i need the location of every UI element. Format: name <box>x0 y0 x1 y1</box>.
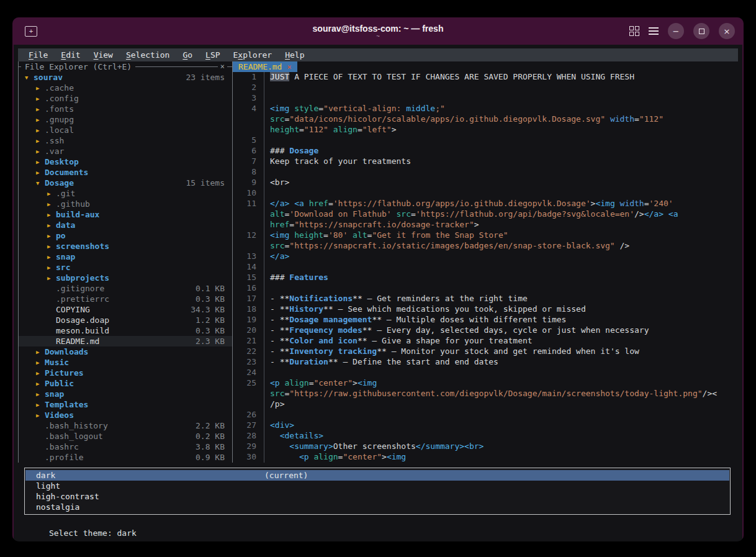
tree-item-label: .ssh <box>45 136 64 145</box>
expand-arrow-icon[interactable]: ▶ <box>36 138 45 144</box>
hamburger-menu-icon[interactable] <box>649 27 659 35</box>
expand-arrow-icon[interactable]: ▶ <box>36 170 45 176</box>
tree-row-.fonts[interactable]: ▶.fonts <box>19 104 232 114</box>
menu-item-view[interactable]: View <box>94 50 113 60</box>
tree-row-.profile[interactable]: ▶.profile0.9 KB <box>19 452 232 463</box>
expand-arrow-icon[interactable]: ▶ <box>47 201 56 207</box>
tree-item-label: po <box>56 231 66 240</box>
expand-arrow-icon[interactable]: ▶ <box>36 148 45 155</box>
tree-row-subprojects[interactable]: ▶subprojects <box>19 273 232 283</box>
menu-item-help[interactable]: Help <box>285 50 304 60</box>
expand-arrow-icon[interactable]: ▶ <box>47 265 56 271</box>
expand-arrow-icon[interactable]: ▶ <box>36 360 45 366</box>
line-number: 12 <box>233 230 264 241</box>
tree-row-Videos[interactable]: ▶Videos <box>19 410 232 420</box>
expand-arrow-icon[interactable]: ▶ <box>36 106 45 112</box>
code-text <box>264 93 738 104</box>
code-area[interactable]: 1JUST A PIECE OF TEXT TO TEST IF CHANGES… <box>233 72 738 463</box>
line-number: 30 <box>233 452 264 463</box>
tree-row-src[interactable]: ▶src <box>19 262 232 273</box>
line-number: 17 <box>233 294 264 304</box>
expand-arrow-icon[interactable]: ▶ <box>47 222 56 229</box>
expand-arrow-icon[interactable]: ▶ <box>36 381 45 387</box>
tree-row-.gnupg[interactable]: ▶.gnupg <box>19 114 232 125</box>
tree-row-Downloads[interactable]: ▶Downloads <box>19 346 232 357</box>
tree-row-.prettierrc[interactable]: ▶.prettierrc0.3 KB <box>19 294 232 304</box>
tree-row-Music[interactable]: ▶Music <box>19 357 232 368</box>
tab-readme[interactable]: README.md × <box>233 61 297 72</box>
tree-row-.local[interactable]: ▶.local <box>19 125 232 135</box>
tree-row-.var[interactable]: ▶.var <box>19 146 232 156</box>
menu-item-go[interactable]: Go <box>182 50 192 60</box>
expand-arrow-icon[interactable]: ▶ <box>47 191 56 197</box>
tree-row-.bash_history[interactable]: ▶.bash_history2.2 KB <box>19 420 232 431</box>
tree-row-screenshots[interactable]: ▶screenshots <box>19 241 232 251</box>
minimize-button[interactable]: − <box>668 23 684 39</box>
tree-row-Documents[interactable]: ▶Documents <box>19 167 232 178</box>
tree-row-.ssh[interactable]: ▶.ssh <box>19 135 232 146</box>
expand-arrow-icon[interactable]: ▶ <box>47 212 56 218</box>
tree-row-meson.build[interactable]: ▶meson.build0.3 KB <box>19 325 232 336</box>
tree-row-data[interactable]: ▶data <box>19 220 232 230</box>
tab-close-icon[interactable]: × <box>287 63 291 71</box>
tree-row-Desktop[interactable]: ▶Desktop <box>19 156 232 167</box>
tree-row-sourav[interactable]: ▼sourav23 items <box>19 72 232 83</box>
tree-row-COPYING[interactable]: ▶COPYING34.3 KB <box>19 304 232 315</box>
theme-option-nostalgia[interactable]: nostalgia <box>25 502 729 512</box>
expand-arrow-icon[interactable]: ▶ <box>47 233 56 239</box>
expand-arrow-icon[interactable]: ▶ <box>47 275 56 281</box>
tree-row-Templates[interactable]: ▶Templates <box>19 399 232 410</box>
line-number: 1 <box>233 72 264 83</box>
maximize-button[interactable] <box>693 23 709 39</box>
tree-row-Dosage[interactable]: ▼Dosage15 items <box>19 178 232 188</box>
expand-arrow-icon[interactable]: ▶ <box>36 412 45 419</box>
collapse-arrow-icon[interactable]: ▼ <box>36 180 45 186</box>
expand-arrow-icon[interactable]: ▶ <box>36 96 45 102</box>
tree-row-.cache[interactable]: ▶.cache <box>19 83 232 93</box>
expand-arrow-icon[interactable]: ▶ <box>36 117 45 123</box>
tree-row-.bash_logout[interactable]: ▶.bash_logout0.2 KB <box>19 431 232 442</box>
tree-row-snap[interactable]: ▶snap <box>19 389 232 399</box>
close-button[interactable]: × <box>719 23 735 39</box>
menu-item-file[interactable]: File <box>29 50 48 60</box>
expand-arrow-icon[interactable]: ▶ <box>36 391 45 397</box>
collapse-arrow-icon[interactable]: ▼ <box>25 75 34 81</box>
tree-row-snap[interactable]: ▶snap <box>19 251 232 262</box>
theme-option-light[interactable]: light <box>25 481 729 491</box>
tree-row-Public[interactable]: ▶Public <box>19 378 232 389</box>
code-line-10: 10 <box>233 188 738 199</box>
tree-row-.config[interactable]: ▶.config <box>19 93 232 104</box>
tree-row-Pictures[interactable]: ▶Pictures <box>19 368 232 378</box>
expand-arrow-icon[interactable]: ▶ <box>36 370 45 376</box>
expand-arrow-icon[interactable]: ▶ <box>36 349 45 355</box>
expand-arrow-icon[interactable]: ▶ <box>36 159 45 165</box>
tree-row-.git[interactable]: ▶.git <box>19 188 232 199</box>
menu-item-lsp[interactable]: LSP <box>205 50 220 60</box>
new-tab-button[interactable]: + <box>25 26 37 37</box>
workspaces-grid-icon[interactable] <box>629 26 639 36</box>
menu-item-explorer[interactable]: Explorer <box>233 50 272 60</box>
tree-item-label: Downloads <box>45 347 88 356</box>
expand-arrow-icon[interactable]: ▶ <box>47 243 56 250</box>
tree-row-.bashrc[interactable]: ▶.bashrc3.8 KB <box>19 442 232 452</box>
expand-arrow-icon[interactable]: ▶ <box>36 127 45 134</box>
theme-option-high-contrast[interactable]: high-contrast <box>25 491 729 502</box>
tree-row-.gitignore[interactable]: ▶.gitignore0.1 KB <box>19 283 232 294</box>
line-number: 29 <box>233 442 264 452</box>
tree-row-Dosage.doap[interactable]: ▶Dosage.doap1.2 KB <box>19 315 232 325</box>
menu-item-edit[interactable]: Edit <box>61 50 80 60</box>
tab-label: README.md <box>238 62 282 71</box>
explorer-close-icon[interactable]: × <box>218 62 227 71</box>
tree-row-build-aux[interactable]: ▶build-aux <box>19 209 232 220</box>
code-line-20: 20- **Frequency modes** — Every day, sel… <box>233 325 738 336</box>
line-number: 21 <box>233 336 264 346</box>
theme-option-dark[interactable]: dark(current) <box>25 470 729 481</box>
tree-row-.github[interactable]: ▶.github <box>19 199 232 209</box>
tree-row-po[interactable]: ▶po <box>19 230 232 241</box>
code-line-wrap: src="data/icons/hicolor/scalable/apps/io… <box>233 114 738 125</box>
expand-arrow-icon[interactable]: ▶ <box>36 402 45 408</box>
expand-arrow-icon[interactable]: ▶ <box>47 254 56 260</box>
expand-arrow-icon[interactable]: ▶ <box>36 85 45 91</box>
menu-item-selection[interactable]: Selection <box>126 50 169 60</box>
tree-row-README.md[interactable]: ▶README.md2.3 KB <box>19 336 232 346</box>
